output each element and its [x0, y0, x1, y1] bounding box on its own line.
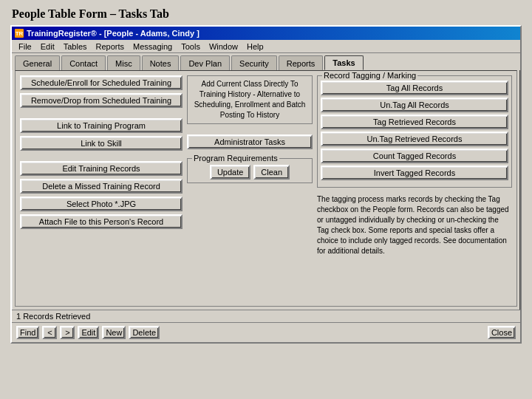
tab-content: Schedule/Enroll for Scheduled Training R…	[15, 70, 517, 307]
tab-notes[interactable]: Notes	[142, 55, 180, 70]
menu-tools[interactable]: Tools	[177, 41, 204, 52]
prog-req-label: Program Requirements	[192, 154, 279, 163]
tag-all-button[interactable]: Tag All Records	[321, 81, 508, 95]
tab-security[interactable]: Security	[231, 55, 277, 70]
link-skill-button[interactable]: Link to Skill	[20, 136, 183, 151]
titlebar-text: TrainingRegister® - [People - Adams, Cin…	[27, 29, 200, 38]
link-training-button[interactable]: Link to Training Program	[20, 118, 183, 133]
tab-general[interactable]: General	[15, 55, 60, 70]
count-tagged-button[interactable]: Count Tagged Records	[321, 149, 508, 163]
add-text-box: Add Current Class Directly To Training H…	[187, 75, 313, 124]
menu-window[interactable]: Window	[205, 41, 242, 52]
delete-button[interactable]: Delete	[129, 326, 160, 339]
edit-training-button[interactable]: Edit Training Records	[20, 161, 183, 176]
tab-reports[interactable]: Reports	[279, 55, 324, 70]
administrator-tasks-button[interactable]: Administrator Tasks	[187, 134, 313, 149]
record-tagging-label: Record Tagging / Marking	[322, 71, 417, 80]
tabs-row: General Contact Misc Notes Dev Plan Secu…	[12, 53, 520, 70]
untag-all-button[interactable]: Un.Tag All Records	[321, 98, 508, 112]
menu-help[interactable]: Help	[243, 41, 267, 52]
nav-next-button[interactable]: >	[60, 326, 75, 339]
tab-contact[interactable]: Contact	[61, 55, 106, 70]
status-bar: 1 Records Retrieved	[12, 310, 520, 322]
menu-edit[interactable]: Edit	[37, 41, 58, 52]
edit-button[interactable]: Edit	[78, 326, 99, 339]
invert-tagged-button[interactable]: Invert Tagged Records	[321, 166, 508, 180]
tab-misc[interactable]: Misc	[107, 55, 140, 70]
find-button[interactable]: Find	[16, 326, 39, 339]
titlebar-icon: TR	[15, 29, 24, 38]
left-col: Schedule/Enroll for Scheduled Training R…	[20, 75, 183, 297]
select-photo-button[interactable]: Select Photo *.JPG	[20, 197, 183, 211]
remove-drop-button[interactable]: Remove/Drop from Scheduled Training	[20, 93, 183, 108]
page-title: People Table Form – Tasks Tab	[0, 0, 532, 25]
clean-button[interactable]: Clean	[253, 165, 290, 180]
mid-col: Add Current Class Directly To Training H…	[187, 75, 313, 297]
bottom-bar: Find < > Edit New Delete Close	[12, 322, 520, 342]
new-button[interactable]: New	[102, 326, 126, 339]
nav-prev-button[interactable]: <	[42, 326, 57, 339]
menu-reports[interactable]: Reports	[92, 41, 129, 52]
update-button[interactable]: Update	[210, 165, 250, 180]
close-button[interactable]: Close	[488, 326, 516, 339]
tab-tasks[interactable]: Tasks	[324, 55, 363, 70]
window-titlebar: TR TrainingRegister® - [People - Adams, …	[12, 27, 520, 40]
tagging-description: The tagging process marks records by che…	[317, 193, 512, 258]
delete-missed-button[interactable]: Delete a Missed Training Record	[20, 179, 183, 194]
schedule-enroll-button[interactable]: Schedule/Enroll for Scheduled Training	[20, 75, 183, 90]
tab-devplan[interactable]: Dev Plan	[180, 55, 230, 70]
untag-retrieved-button[interactable]: Un.Tag Retrieved Records	[321, 132, 508, 146]
menubar: File Edit Tables Reports Messaging Tools…	[12, 40, 520, 53]
tag-retrieved-button[interactable]: Tag Retrieved Records	[321, 115, 508, 129]
records-retrieved-text: 1 Records Retrieved	[16, 312, 90, 321]
menu-file[interactable]: File	[15, 41, 35, 52]
prog-req-group: Program Requirements Update Clean	[187, 158, 313, 183]
menu-messaging[interactable]: Messaging	[129, 41, 176, 52]
prog-req-buttons: Update Clean	[191, 165, 309, 180]
attach-file-button[interactable]: Attach File to this Person's Record	[20, 214, 183, 229]
right-col: Record Tagging / Marking Tag All Records…	[317, 75, 512, 297]
record-tagging-group: Record Tagging / Marking Tag All Records…	[317, 75, 512, 188]
content-area: Schedule/Enroll for Scheduled Training R…	[20, 75, 512, 297]
menu-tables[interactable]: Tables	[60, 41, 91, 52]
main-window: TR TrainingRegister® - [People - Adams, …	[10, 25, 522, 344]
